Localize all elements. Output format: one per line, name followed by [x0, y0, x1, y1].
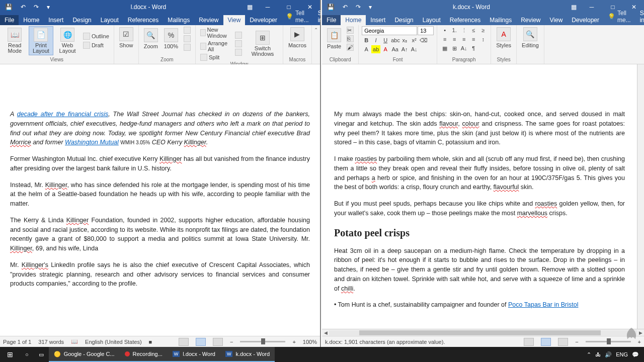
taskbar-word-l[interactable]: Wl.docx - Word: [168, 347, 220, 362]
decrease-indent-button[interactable]: ≤: [469, 26, 478, 34]
zoom-in-button[interactable]: +: [292, 339, 295, 345]
change-case-button[interactable]: Aa: [390, 45, 399, 53]
qat-customize-icon[interactable]: ▾: [367, 3, 374, 12]
read-mode-view-icon[interactable]: [179, 338, 189, 346]
tab-home[interactable]: Home: [341, 15, 366, 25]
zoom-out-button[interactable]: −: [230, 339, 233, 345]
tab-mailings[interactable]: Mailings: [163, 15, 194, 25]
switch-windows-button[interactable]: ⊞Switch Windows: [246, 30, 280, 58]
tab-developer[interactable]: Developer: [245, 15, 282, 25]
align-left-button[interactable]: ≡: [440, 35, 449, 43]
qat-customize-icon[interactable]: ▾: [45, 3, 52, 12]
macros-button[interactable]: ▶Macros: [286, 26, 308, 49]
zoom-slider[interactable]: [240, 341, 285, 342]
tab-insert[interactable]: Insert: [366, 15, 390, 25]
display-options-icon[interactable]: ▦: [242, 4, 258, 11]
increase-indent-button[interactable]: ≥: [478, 26, 488, 34]
tab-view[interactable]: View: [223, 15, 246, 25]
tab-design[interactable]: Design: [68, 15, 96, 25]
print-layout-view-icon[interactable]: [541, 338, 551, 346]
strikethrough-button[interactable]: abc: [390, 36, 399, 44]
tab-design[interactable]: Design: [390, 15, 418, 25]
multilevel-button[interactable]: ⋮: [459, 26, 468, 34]
paste-button[interactable]: 📋Paste: [325, 27, 343, 50]
save-icon[interactable]: 💾: [3, 3, 15, 12]
tell-me-search[interactable]: 💡Tell me...: [282, 8, 313, 25]
tab-layout[interactable]: Layout: [96, 15, 123, 25]
font-size-input[interactable]: [418, 26, 434, 35]
read-mode-button[interactable]: 📖Read Mode: [3, 27, 27, 55]
display-options-icon[interactable]: ▦: [566, 4, 582, 11]
web-layout-button[interactable]: 🌐Web Layout: [55, 27, 79, 55]
document-area-left[interactable]: A decade after the financial crisis, The…: [0, 64, 320, 336]
outline-button[interactable]: Outline: [82, 32, 111, 40]
styles-button[interactable]: AStyles: [494, 26, 513, 49]
spellcheck-icon[interactable]: 📖: [71, 338, 78, 345]
collapse-ribbon-icon[interactable]: ⌃: [312, 25, 320, 35]
show-button[interactable]: ☑Show: [117, 26, 135, 49]
taskbar-chrome[interactable]: 🟡Google - Google C...: [49, 347, 120, 362]
sign-in-link[interactable]: Sign in: [635, 8, 644, 25]
vertical-scrollbar[interactable]: [637, 64, 644, 329]
italic-button[interactable]: I: [371, 36, 380, 44]
undo-icon[interactable]: ↶: [19, 3, 28, 12]
numbering-button[interactable]: 1.: [450, 26, 459, 34]
read-mode-view-icon[interactable]: [524, 338, 534, 346]
editing-button[interactable]: 🔍Editing: [520, 26, 541, 49]
tab-references[interactable]: References: [123, 15, 163, 25]
language-indicator[interactable]: ENG: [616, 351, 628, 357]
font-color-button[interactable]: A: [381, 45, 390, 53]
print-layout-view-icon[interactable]: [196, 338, 206, 346]
align-center-button[interactable]: ≡: [450, 35, 459, 43]
word-count[interactable]: 317 words: [38, 339, 64, 345]
tab-review[interactable]: Review: [194, 15, 223, 25]
document-area-right[interactable]: My mum always made the best chips: skin-…: [322, 64, 637, 329]
new-window-button[interactable]: New Window: [199, 26, 231, 39]
sort-button[interactable]: A↓: [459, 44, 468, 52]
page-width-button[interactable]: [182, 43, 192, 51]
horizontal-scrollbar[interactable]: ◀ ▶: [322, 329, 644, 336]
save-icon[interactable]: 💾: [325, 3, 337, 12]
view-side-by-side-button[interactable]: [233, 31, 244, 39]
web-layout-view-icon[interactable]: [558, 338, 568, 346]
align-right-button[interactable]: ≡: [459, 35, 468, 43]
notifications-icon[interactable]: 💬: [632, 351, 639, 358]
cortana-button[interactable]: ○: [20, 347, 34, 362]
tell-me-search[interactable]: 💡Tell me...: [604, 8, 635, 25]
tab-view[interactable]: View: [545, 15, 568, 25]
scroll-left-button[interactable]: ◀: [322, 330, 329, 335]
cut-button[interactable]: ✂: [345, 26, 355, 34]
minimize-button[interactable]: ─: [582, 0, 602, 14]
tab-file[interactable]: File: [0, 15, 19, 25]
text-effects-button[interactable]: A: [362, 45, 371, 53]
undo-icon[interactable]: ↶: [341, 3, 350, 12]
tab-developer[interactable]: Developer: [567, 15, 604, 25]
shading-button[interactable]: ▦: [440, 44, 449, 52]
show-marks-button[interactable]: ¶: [469, 44, 478, 52]
taskbar-word-k[interactable]: Wk.docx - Word: [220, 347, 275, 362]
hyperlink-poco[interactable]: Poco Tapas Bar in Bristol: [508, 301, 578, 308]
zoom-level[interactable]: 100%: [303, 339, 317, 345]
zoom-100-button[interactable]: %100%: [162, 27, 180, 50]
network-icon[interactable]: 🖧: [595, 351, 601, 357]
start-button[interactable]: ⊞: [0, 350, 20, 358]
status-info[interactable]: k.docx: 1,901 characters (an approximate…: [325, 339, 445, 345]
highlight-button[interactable]: ab: [371, 45, 380, 53]
hyperlink-wamu[interactable]: Washington Mutual: [65, 139, 119, 146]
shrink-font-button[interactable]: A↓: [410, 45, 419, 53]
tab-mailings[interactable]: Mailings: [485, 15, 516, 25]
justify-button[interactable]: ≡: [469, 35, 478, 43]
redo-icon[interactable]: ↷: [354, 3, 363, 12]
zoom-button[interactable]: 🔍Zoom: [142, 27, 160, 50]
one-page-button[interactable]: [182, 26, 192, 34]
superscript-button[interactable]: x²: [410, 36, 419, 44]
minimize-button[interactable]: ─: [258, 0, 278, 14]
bold-button[interactable]: B: [362, 36, 371, 44]
clear-format-button[interactable]: ⌫: [419, 36, 428, 44]
reset-position-button[interactable]: [233, 48, 244, 56]
scroll-thumb[interactable]: [359, 330, 601, 335]
macro-record-icon[interactable]: ■: [149, 339, 152, 345]
print-layout-button[interactable]: 📄Print Layout: [29, 26, 54, 55]
tab-home[interactable]: Home: [19, 15, 44, 25]
redo-icon[interactable]: ↷: [32, 3, 41, 12]
